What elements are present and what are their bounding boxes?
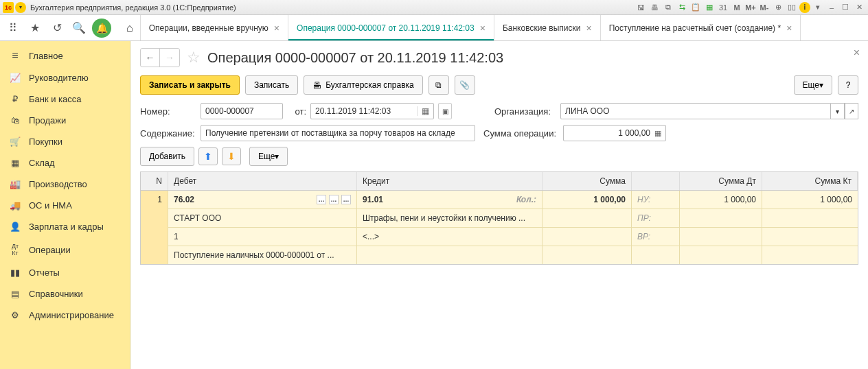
tab-close-icon[interactable]: × xyxy=(586,23,592,34)
notifications-icon[interactable]: 🔔 xyxy=(92,19,111,38)
print-icon[interactable]: 🖶 xyxy=(648,2,661,13)
structure-button[interactable]: ⧉ xyxy=(429,75,449,95)
clipboard-icon[interactable]: 📋 xyxy=(689,2,702,13)
org-value: ЛИНА ООО xyxy=(565,106,610,116)
tab-manual-operations[interactable]: Операции, введенные вручную × xyxy=(141,15,288,40)
move-up-button[interactable]: ⬆ xyxy=(198,147,218,165)
cart-icon: 🛒 xyxy=(8,136,22,147)
org-select[interactable]: ЛИНА ООО ▾ ↗ xyxy=(560,103,858,119)
number-input[interactable]: 0000-000007 xyxy=(201,103,283,119)
save-and-close-button[interactable]: Записать и закрыть xyxy=(140,75,240,95)
save-icon[interactable]: 🖫 xyxy=(635,2,647,13)
apps-icon[interactable]: ⠿ xyxy=(4,19,22,37)
ellipsis-icon[interactable]: … xyxy=(329,195,339,204)
close-window-button[interactable]: ✕ xyxy=(853,2,865,13)
debit-subkonto-1[interactable]: СТАРТ ООО xyxy=(168,209,356,228)
col-sum[interactable]: Сумма xyxy=(542,172,632,190)
org-open-icon[interactable]: ↗ xyxy=(845,103,858,119)
date-extra-button[interactable]: ▣ xyxy=(438,103,452,119)
chart-icon: 📈 xyxy=(8,73,22,83)
sum-kt-value: 1 000,00 xyxy=(762,191,858,209)
info-dropdown-icon[interactable]: ▾ xyxy=(812,2,824,13)
sum-op-input[interactable]: 1 000,00 ▦ xyxy=(563,125,666,141)
move-down-button[interactable]: ⬇ xyxy=(222,147,241,165)
date-input[interactable]: 20.11.2019 11:42:03 ▦ xyxy=(310,103,434,119)
minimize-button[interactable]: – xyxy=(825,2,838,13)
tab-close-icon[interactable]: × xyxy=(480,23,486,34)
sidebar-item-operations[interactable]: ДтКтОперации xyxy=(0,237,130,262)
credit-subkonto-2[interactable]: <...> xyxy=(357,228,542,246)
nav-forward-button[interactable]: → xyxy=(160,49,179,67)
calendar-picker-icon[interactable]: ▦ xyxy=(417,106,429,116)
tab-close-icon[interactable]: × xyxy=(786,23,792,34)
print-reference-button[interactable]: 🖶Бухгалтерская справка xyxy=(304,75,423,95)
app-menu-dropdown[interactable]: ▾ xyxy=(15,2,26,13)
info-icon[interactable]: i xyxy=(799,2,810,13)
ellipsis-icon[interactable]: … xyxy=(341,195,351,204)
col-debit[interactable]: Дебет xyxy=(168,172,357,190)
debit-cell[interactable]: 76.02 … … … СТАРТ ООО 1 Поступление нали… xyxy=(168,191,357,264)
credit-cell[interactable]: 91.01 Кол.: Штрафы, пени и неустойки к п… xyxy=(357,191,542,264)
sidebar-item-manager[interactable]: 📈Руководителю xyxy=(0,67,130,88)
table-more-button[interactable]: Еще ▾ xyxy=(249,147,288,166)
sidebar-item-sales[interactable]: 🛍Продажи xyxy=(0,110,130,131)
sidebar-item-reports[interactable]: ▮▮Отчеты xyxy=(0,262,130,283)
sidebar-item-production[interactable]: 🏭Производство xyxy=(0,174,130,195)
org-dropdown-icon[interactable]: ▾ xyxy=(831,103,845,119)
sidebar-item-admin[interactable]: ⚙Администрирование xyxy=(0,305,130,326)
sidebar-label: Главное xyxy=(29,51,63,61)
calc-icon[interactable]: ▦ xyxy=(703,2,716,13)
search-icon[interactable]: 🔍 xyxy=(70,19,88,37)
save-button[interactable]: Записать xyxy=(245,75,298,95)
tab-operation-doc[interactable]: Операция 0000-000007 от 20.11.2019 11:42… xyxy=(288,15,494,40)
tab-bank-statements[interactable]: Банковские выписки × xyxy=(494,15,601,40)
maximize-button[interactable]: ☐ xyxy=(839,2,852,13)
sidebar-item-main[interactable]: ≡Главное xyxy=(0,44,130,67)
panels-icon[interactable]: ▯▯ xyxy=(786,2,798,13)
sidebar-item-purchases[interactable]: 🛒Покупки xyxy=(0,131,130,152)
col-sum-dt[interactable]: Сумма Дт xyxy=(680,172,762,190)
m-plus-button[interactable]: M+ xyxy=(744,2,757,13)
calendar-icon[interactable]: 31 xyxy=(717,2,729,13)
window-title: Бухгалтерия предприятия, редакция 3.0 (1… xyxy=(30,3,236,12)
attach-button[interactable]: 📎 xyxy=(455,75,475,95)
credit-subkonto-1[interactable]: Штрафы, пени и неустойки к получению ... xyxy=(357,209,542,228)
tab-close-icon[interactable]: × xyxy=(274,23,279,34)
debit-subkonto-3[interactable]: Поступление наличных 0000-000001 от ... xyxy=(168,246,356,264)
preview-icon[interactable]: ⧉ xyxy=(662,2,674,13)
table-row[interactable]: 1 76.02 … … … СТАРТ ООО 1 Поступление на… xyxy=(141,191,858,264)
sidebar-item-bank[interactable]: ₽Банк и касса xyxy=(0,88,130,110)
col-sum-kt[interactable]: Сумма Кт xyxy=(762,172,858,190)
content-input[interactable]: Получение претензии от поставщика за пор… xyxy=(201,125,475,141)
col-n[interactable]: N xyxy=(141,172,168,190)
favorite-star-icon[interactable]: ☆ xyxy=(187,49,201,67)
col-nu[interactable] xyxy=(632,172,680,190)
compare-icon[interactable]: ⇆ xyxy=(676,2,688,13)
sidebar-item-assets[interactable]: 🚚ОС и НМА xyxy=(0,195,130,216)
sidebar-item-hr[interactable]: 👤Зарплата и кадры xyxy=(0,216,130,237)
col-credit[interactable]: Кредит xyxy=(357,172,542,190)
document-tabs: ⌂ Операции, введенные вручную × Операция… xyxy=(119,15,801,40)
zoom-icon[interactable]: ⊕ xyxy=(772,2,784,13)
ellipsis-icon[interactable]: … xyxy=(317,195,326,204)
sidebar-item-stock[interactable]: ▦Склад xyxy=(0,152,130,174)
debit-subkonto-2[interactable]: 1 xyxy=(168,228,356,246)
add-row-button[interactable]: Добавить xyxy=(140,147,194,166)
m-minus-button[interactable]: M- xyxy=(758,2,770,13)
more-button[interactable]: Еще ▾ xyxy=(794,75,832,95)
favorites-icon[interactable]: ★ xyxy=(26,19,44,37)
sidebar-item-catalogs[interactable]: ▤Справочники xyxy=(0,283,130,305)
sum-dt-cell[interactable]: 1 000,00 xyxy=(680,191,762,264)
tab-incoming-payment[interactable]: Поступление на расчетный счет (создание)… xyxy=(601,15,801,40)
calculator-icon[interactable]: ▦ xyxy=(654,129,661,138)
nu-cell: НУ: ПР: ВР: xyxy=(632,191,680,264)
close-document-button[interactable]: × xyxy=(854,47,860,59)
sum-kt-cell[interactable]: 1 000,00 xyxy=(762,191,858,264)
m-button[interactable]: M xyxy=(731,2,743,13)
sum-op-value: 1 000,00 xyxy=(618,128,650,138)
nav-back-button[interactable]: ← xyxy=(141,49,160,67)
help-button[interactable]: ? xyxy=(838,75,858,95)
sum-cell[interactable]: 1 000,00 xyxy=(542,191,632,264)
home-tab[interactable]: ⌂ xyxy=(119,15,141,40)
history-icon[interactable]: ↺ xyxy=(48,19,66,37)
